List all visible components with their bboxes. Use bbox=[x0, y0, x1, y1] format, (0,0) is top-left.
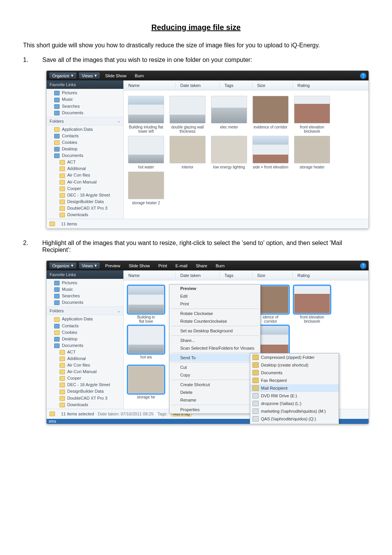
tree-cooper[interactable]: Cooper bbox=[47, 185, 123, 192]
file-storage-heater-2[interactable]: storage he bbox=[127, 366, 165, 399]
tree-cookies[interactable]: Cookies bbox=[47, 139, 123, 146]
tree-additional[interactable]: Additional bbox=[47, 165, 123, 172]
slideshow-button[interactable]: Slide Show bbox=[125, 262, 153, 269]
ctx-rotate-cw[interactable]: Rotate Clockwise bbox=[169, 310, 260, 317]
file-building[interactable]: Building inluding flat lower left bbox=[127, 96, 165, 133]
ctx-share[interactable]: Share... bbox=[169, 337, 260, 344]
nav-music[interactable]: Music bbox=[47, 286, 123, 293]
file-storage-heater-2[interactable]: storage heater 2 bbox=[127, 172, 165, 205]
file-elec-meter[interactable]: elec meter bbox=[210, 96, 248, 133]
tree-air-con-manual[interactable]: Air-Con Manual bbox=[47, 368, 123, 375]
file-interior[interactable]: interior bbox=[168, 136, 207, 169]
ctx-preview[interactable]: Preview bbox=[169, 285, 260, 292]
tree-designbuilder[interactable]: DesignBuilder Data bbox=[47, 198, 123, 205]
tree-downloads[interactable]: Downloads bbox=[47, 402, 123, 408]
ctx-create-shortcut[interactable]: Create Shortcut bbox=[169, 381, 260, 388]
share-button[interactable]: Share bbox=[193, 262, 211, 269]
tree-air-con-manual[interactable]: Air-Con Manual bbox=[47, 179, 123, 185]
print-button[interactable]: Print bbox=[155, 262, 171, 269]
folders-header[interactable]: Folders bbox=[50, 308, 64, 313]
nav-pictures[interactable]: Pictures bbox=[47, 90, 123, 96]
organize-button[interactable]: Organize ▾ bbox=[49, 262, 77, 269]
context-menu[interactable]: Preview Edit Print Rotate Clockwise Rota… bbox=[169, 284, 261, 414]
tree-application-data[interactable]: Application Data bbox=[47, 126, 123, 133]
sendto-desktop[interactable]: Desktop (create shortcut) bbox=[250, 361, 339, 369]
file-storage-heater[interactable]: storage heater bbox=[293, 136, 331, 169]
chevron-down-icon[interactable]: ⌄ bbox=[117, 309, 120, 313]
sendto-dvd[interactable]: DVD RW Drive (E:) bbox=[250, 392, 339, 400]
tree-desktop[interactable]: Desktop bbox=[47, 146, 123, 152]
sendto-dropzone[interactable]: dropzone (\\atlas) (L:) bbox=[250, 400, 339, 407]
tree-dec[interactable]: DEC - 18 Argyle Street bbox=[47, 382, 123, 388]
sendto-marketing[interactable]: marketing (\\aphrodite\quidos) (M:) bbox=[250, 407, 339, 415]
tree-dec[interactable]: DEC - 18 Argyle Street bbox=[47, 192, 123, 198]
nav-searches[interactable]: Searches bbox=[47, 103, 123, 110]
file-building[interactable]: Building inflat lowe bbox=[127, 286, 165, 323]
preview-button[interactable]: Preview bbox=[102, 262, 124, 269]
folders-header[interactable]: Folders bbox=[50, 119, 64, 123]
chevron-down-icon[interactable]: ⌄ bbox=[117, 119, 120, 123]
file-side-front-elevation[interactable]: side + front elevation bbox=[251, 136, 290, 169]
ctx-properties[interactable]: Properties bbox=[169, 406, 260, 413]
tree-act[interactable]: ACT bbox=[47, 159, 123, 165]
file-corridor[interactable]: evidence of corridor bbox=[251, 96, 290, 133]
tree-cooper[interactable]: Cooper bbox=[47, 375, 123, 382]
ctx-set-background[interactable]: Set as Desktop Background bbox=[169, 327, 260, 335]
burn-button[interactable]: Burn bbox=[212, 262, 228, 269]
tree-desktop[interactable]: Desktop bbox=[47, 336, 123, 342]
tree-contacts[interactable]: Contacts bbox=[47, 133, 123, 139]
file-hot-water[interactable]: hot wa bbox=[127, 326, 165, 363]
tree-contacts[interactable]: Contacts bbox=[47, 323, 123, 329]
ctx-edit[interactable]: Edit bbox=[169, 292, 260, 300]
column-headers[interactable]: Name Date taken Tags Size Rating bbox=[124, 80, 369, 90]
tree-application-data[interactable]: Application Data bbox=[47, 316, 123, 322]
email-button[interactable]: E-mail bbox=[172, 262, 191, 269]
file-front-elevation[interactable]: front elevation brickwork bbox=[293, 96, 331, 133]
sendto-training[interactable]: training (\\aphrodite\quidos) (T:) bbox=[250, 423, 339, 424]
tree-air-con-files[interactable]: Air Con files bbox=[47, 172, 123, 178]
column-headers[interactable]: Name Date taken Tags Size Rating bbox=[124, 270, 369, 280]
nav-pictures[interactable]: Pictures bbox=[47, 280, 123, 286]
nav-documents[interactable]: Documents bbox=[47, 299, 123, 306]
nav-documents[interactable]: Documents bbox=[47, 110, 123, 116]
sendto-compressed[interactable]: Compressed (zipped) Folder bbox=[250, 353, 339, 361]
help-icon[interactable]: ? bbox=[360, 263, 366, 269]
tree-doublecad[interactable]: DoubleCAD XT Pro 3 bbox=[47, 395, 123, 402]
help-icon[interactable]: ? bbox=[360, 73, 366, 79]
sendto-qas[interactable]: QAS (\\aphrodite\quidos) (Q:) bbox=[250, 415, 339, 423]
tree-additional[interactable]: Additional bbox=[47, 355, 123, 362]
intro-paragraph: This short guide will show you how to dr… bbox=[23, 41, 369, 50]
ctx-copy[interactable]: Copy bbox=[169, 371, 260, 379]
file-hot-water[interactable]: hot water bbox=[127, 136, 165, 169]
tree-air-con-files[interactable]: Air Con files bbox=[47, 362, 123, 368]
tree-cookies[interactable]: Cookies bbox=[47, 329, 123, 336]
page-title: Reducing image file size bbox=[23, 23, 369, 32]
ctx-scan-viruses[interactable]: Scan Selected Files/Folders for Viruses bbox=[169, 344, 260, 352]
ctx-cut[interactable]: Cut bbox=[169, 363, 260, 371]
ctx-rename[interactable]: Rename bbox=[169, 396, 260, 404]
tree-downloads[interactable]: Downloads bbox=[47, 212, 123, 218]
tree-documents[interactable]: Documents bbox=[47, 342, 123, 349]
organize-button[interactable]: Organize ▾ bbox=[49, 72, 77, 79]
file-double-glazing[interactable]: double glazing wall thickness bbox=[168, 96, 207, 133]
ctx-send-to[interactable]: Send To▸ bbox=[169, 354, 260, 362]
ctx-rotate-ccw[interactable]: Rotate Counterclockwise bbox=[169, 317, 260, 325]
tree-designbuilder[interactable]: DesignBuilder Data bbox=[47, 388, 123, 395]
sendto-fax[interactable]: Fax Recipient bbox=[250, 377, 339, 384]
nav-searches[interactable]: Searches bbox=[47, 293, 123, 299]
sendto-submenu[interactable]: Compressed (zipped) Folder Desktop (crea… bbox=[250, 353, 339, 424]
ctx-print[interactable]: Print bbox=[169, 300, 260, 308]
slideshow-button[interactable]: Slide Show bbox=[102, 72, 130, 79]
sendto-mail-recipient[interactable]: Mail Recipient bbox=[250, 384, 339, 392]
tree-act[interactable]: ACT bbox=[47, 349, 123, 355]
file-front-elevation[interactable]: front elevation brickwork bbox=[293, 286, 331, 323]
tree-documents[interactable]: Documents bbox=[47, 152, 123, 159]
sendto-documents[interactable]: Documents bbox=[250, 369, 339, 377]
views-button[interactable]: Views ▾ bbox=[78, 262, 100, 269]
burn-button[interactable]: Burn bbox=[131, 72, 147, 79]
file-low-energy-lighting[interactable]: low energy lighting bbox=[210, 136, 248, 169]
tree-doublecad[interactable]: DoubleCAD XT Pro 3 bbox=[47, 205, 123, 212]
views-button[interactable]: Views ▾ bbox=[78, 72, 100, 79]
nav-music[interactable]: Music bbox=[47, 96, 123, 103]
ctx-delete[interactable]: Delete bbox=[169, 388, 260, 396]
